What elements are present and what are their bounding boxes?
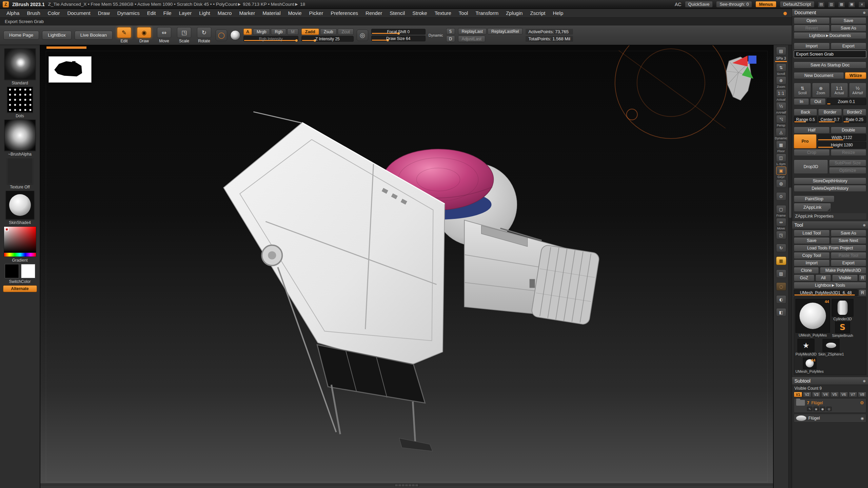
wsize-button[interactable]: WSize: [845, 72, 866, 79]
menu-item-zscript[interactable]: Zscript: [526, 9, 549, 17]
bpr-button[interactable]: ▤: [776, 47, 786, 55]
rail-scale-button[interactable]: ◳: [776, 231, 786, 239]
export-filename-input[interactable]: [794, 50, 866, 58]
menu-item-marker[interactable]: Marker: [235, 9, 259, 17]
menu-item-tool[interactable]: Tool: [455, 9, 472, 17]
tool-import-button[interactable]: Import: [794, 260, 830, 266]
tool-export-button[interactable]: Export: [831, 260, 867, 266]
document-thumbnail[interactable]: [48, 56, 92, 83]
rail-solo-button[interactable]: ◐: [776, 295, 786, 304]
panel-vscrollbar[interactable]: [788, 45, 792, 488]
border2-button[interactable]: Border2: [843, 109, 866, 116]
pro-button[interactable]: Pro: [794, 134, 816, 148]
menu-item-alpha[interactable]: Alpha: [3, 9, 23, 17]
height-slider[interactable]: Height 1280: [817, 142, 866, 148]
menu-item-material[interactable]: Material: [259, 9, 284, 17]
zapplink-button[interactable]: ZAppLink: [794, 203, 831, 212]
subtool-palette-header[interactable]: Subtool ●: [792, 377, 868, 385]
doc-revert-button[interactable]: Revert: [794, 25, 830, 32]
tool-thumb-skin-zsphere1[interactable]: [823, 339, 840, 352]
save-next-button[interactable]: Save Next: [831, 237, 867, 244]
tool-thumb-umesh-polymesh[interactable]: 44: [803, 358, 816, 369]
tool-palette-header[interactable]: Tool ●: [792, 221, 868, 229]
window-panel-icon-1[interactable]: ▤: [818, 1, 825, 7]
doc-scroll-button[interactable]: ⇅ Scroll: [794, 83, 811, 98]
menu-item-color[interactable]: Color: [44, 9, 64, 17]
menu-item-file[interactable]: File: [160, 9, 175, 17]
rail-actual-button[interactable]: 1:1: [776, 89, 786, 98]
secondary-color-swatch[interactable]: [21, 264, 35, 278]
subtool-tab-v5[interactable]: V5: [830, 392, 839, 397]
goz-all-button[interactable]: All: [815, 274, 831, 281]
menu-item-draw[interactable]: Draw: [94, 9, 114, 17]
subtool-mesh-item[interactable]: Flügel ◉: [794, 414, 866, 423]
gear-icon[interactable]: ⚙: [860, 400, 864, 405]
draw-size-slider[interactable]: Draw Size 64: [371, 36, 426, 41]
subtool-tab-v2[interactable]: V2: [803, 392, 811, 397]
doc-save-as-button[interactable]: Save As: [831, 25, 867, 32]
rail-gxyz-button[interactable]: ▣: [776, 166, 786, 175]
see-through-slider[interactable]: See-through: 0: [716, 1, 752, 7]
subtool-tab-v1[interactable]: V1: [794, 392, 802, 397]
zsub-button[interactable]: Zsub: [320, 28, 337, 35]
delete-depth-history-button[interactable]: DeleteDepthHistory: [794, 185, 866, 192]
draw-mode-button[interactable]: ◉ Draw: [136, 27, 153, 43]
home-page-button[interactable]: Home Page: [3, 31, 39, 40]
rail-dynamic-button[interactable]: ◬: [776, 128, 786, 136]
adjust-last-button[interactable]: AdjustLast: [458, 36, 485, 42]
subtool-eye-icon[interactable]: ◉: [813, 407, 819, 411]
scale-mode-button[interactable]: ◳ Scale: [176, 27, 193, 43]
canvas-viewport[interactable]: [40, 45, 773, 488]
center-slider[interactable]: Center 0.7: [818, 116, 842, 123]
tool-thumb-polymesh3d[interactable]: ★: [797, 339, 814, 352]
make-polymesh3d-button[interactable]: Make PolyMesh3D: [820, 267, 866, 274]
rotate-mode-button[interactable]: ↻ Rotate: [196, 27, 213, 43]
focal-shift-slider[interactable]: Focal Shift 0: [371, 29, 426, 35]
hue-strip[interactable]: [4, 253, 36, 257]
m-button[interactable]: M: [287, 28, 298, 35]
tool-palette-menu-icon[interactable]: ●: [863, 223, 866, 227]
rail-polyf-button[interactable]: ▦: [776, 257, 786, 265]
rail-move-button[interactable]: ⇔: [776, 218, 786, 226]
rgb-button[interactable]: Rgb: [271, 28, 286, 35]
border-button[interactable]: Border: [818, 109, 842, 116]
rail-lsym-button[interactable]: ◫: [776, 154, 786, 162]
brush-ring-icon[interactable]: ◯: [216, 29, 227, 41]
load-tools-from-project-button[interactable]: Load Tools From Project: [794, 245, 866, 251]
subtool-visibility-eye-icon[interactable]: ◉: [861, 416, 864, 421]
clone-button[interactable]: Clone: [794, 267, 819, 274]
copy-tool-button[interactable]: Copy Tool: [794, 252, 830, 259]
doc-export-button[interactable]: Export: [831, 43, 867, 49]
goz-button[interactable]: GoZ: [794, 274, 814, 281]
subpixel-button[interactable]: SubPixel Size: [829, 160, 866, 166]
drop3d-button[interactable]: Drop3D: [794, 160, 828, 174]
default-zscript-button[interactable]: DefaultZScript: [780, 1, 814, 7]
menu-item-dynamics[interactable]: Dynamics: [114, 9, 143, 17]
zoom-out-button[interactable]: Out: [810, 98, 825, 105]
main-color-swatch[interactable]: [5, 264, 19, 278]
tool-thumb-cylinder3d[interactable]: [832, 299, 853, 317]
rail-frame-button[interactable]: ▢: [776, 205, 786, 214]
window-panel-icon-2[interactable]: ▥: [828, 1, 835, 7]
menu-item-stencil[interactable]: Stencil: [386, 9, 409, 17]
optimize-button[interactable]: Optimize: [829, 167, 866, 174]
subtool-tab-v3[interactable]: V3: [812, 392, 821, 397]
goz-visible-button[interactable]: Visible: [832, 274, 858, 281]
current-texture-thumbnail[interactable]: [7, 158, 33, 184]
save-startup-doc-button[interactable]: Save As Startup Doc: [794, 62, 866, 68]
menu-item-texture[interactable]: Texture: [431, 9, 455, 17]
store-depth-history-button[interactable]: StoreDepthHistory: [794, 178, 866, 184]
tool-thumb-current[interactable]: 44: [795, 299, 830, 333]
paintstop-button[interactable]: PaintStop: [794, 196, 834, 202]
move-mode-button[interactable]: ⇔ Move: [156, 27, 173, 43]
alpha-a-button[interactable]: A: [243, 28, 252, 35]
menu-item-preferences[interactable]: Preferences: [327, 9, 362, 17]
new-document-button[interactable]: New Document: [794, 72, 844, 79]
doc-actual-button[interactable]: 1:1 Actual: [831, 83, 848, 98]
subtool-palette-menu-icon[interactable]: ●: [863, 379, 866, 383]
subtool-folder-item[interactable]: 7 Flügel ⚙ ✎ ◉ ● ◎: [794, 398, 866, 413]
window-close-icon[interactable]: ×: [859, 1, 865, 7]
rail-rotate-button[interactable]: ↻: [776, 244, 786, 252]
current-stroke-thumbnail[interactable]: [7, 87, 33, 113]
alternate-button[interactable]: Alternate: [3, 285, 37, 292]
